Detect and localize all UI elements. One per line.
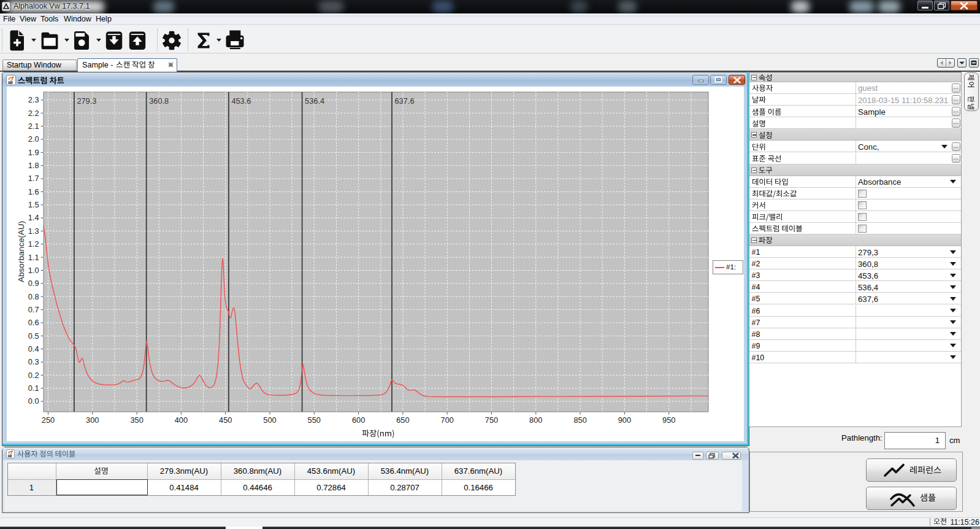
svg-text:360.8: 360.8 (149, 96, 169, 106)
svg-text:2.1: 2.1 (28, 122, 39, 131)
svg-text:0.8: 0.8 (28, 292, 39, 301)
svg-text:500: 500 (263, 415, 276, 425)
svg-text:650: 650 (396, 415, 409, 425)
svg-text:350: 350 (130, 415, 143, 425)
svg-text:1.6: 1.6 (28, 187, 39, 196)
svg-text:0.0: 0.0 (28, 396, 39, 406)
svg-text:2.3: 2.3 (28, 95, 39, 104)
svg-text:1.9: 1.9 (28, 148, 39, 157)
svg-text:0.7: 0.7 (28, 305, 39, 314)
svg-text:0.2: 0.2 (28, 371, 39, 380)
svg-text:1.1: 1.1 (28, 253, 39, 262)
svg-text:Absorbance(AU): Absorbance(AU) (17, 221, 26, 282)
svg-text:1.3: 1.3 (28, 226, 39, 236)
svg-text:950: 950 (662, 415, 675, 425)
svg-text:1.5: 1.5 (28, 200, 39, 209)
svg-text:0.5: 0.5 (28, 331, 39, 341)
svg-text:300: 300 (86, 415, 99, 425)
svg-text:1.2: 1.2 (28, 239, 39, 249)
svg-text:550: 550 (308, 415, 321, 425)
svg-text:637.6: 637.6 (395, 96, 415, 106)
svg-text:750: 750 (485, 415, 498, 425)
svg-text:700: 700 (441, 415, 454, 425)
svg-text:0.6: 0.6 (28, 318, 39, 327)
svg-text:600: 600 (352, 415, 365, 425)
svg-text:900: 900 (618, 415, 631, 425)
svg-text:850: 850 (573, 415, 586, 425)
svg-text:1.0: 1.0 (28, 266, 39, 275)
svg-text:250: 250 (42, 415, 55, 425)
svg-text:800: 800 (529, 415, 542, 425)
svg-text:400: 400 (175, 415, 188, 425)
svg-text:1.8: 1.8 (28, 161, 39, 170)
svg-text:1.7: 1.7 (28, 174, 39, 183)
svg-text:0.9: 0.9 (28, 279, 39, 288)
svg-text:0.3: 0.3 (28, 357, 39, 366)
svg-text:2.2: 2.2 (28, 109, 39, 118)
svg-text:536.4: 536.4 (305, 96, 324, 106)
svg-text:1.4: 1.4 (28, 213, 39, 222)
svg-text:2.0: 2.0 (28, 134, 39, 144)
svg-text:450: 450 (219, 415, 232, 425)
svg-text:453.6: 453.6 (231, 96, 251, 106)
svg-text:0.1: 0.1 (28, 384, 39, 393)
svg-text:0.4: 0.4 (28, 344, 39, 353)
svg-text:279.3: 279.3 (77, 96, 96, 106)
